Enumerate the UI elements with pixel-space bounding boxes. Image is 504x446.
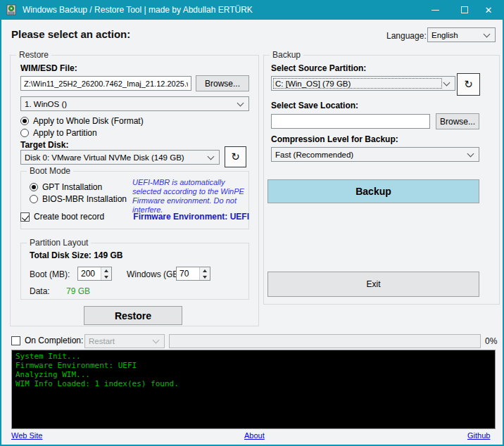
- language-label: Language:: [386, 31, 427, 41]
- log-line: Firmware Environment: UEFI: [15, 361, 491, 370]
- compression-label: Compression Level for Backup:: [271, 134, 398, 144]
- firmware-environment-text: Firmware Environment: UEFI: [126, 212, 249, 222]
- checkbox-unchecked-icon: [11, 336, 20, 345]
- language-select[interactable]: English: [427, 27, 496, 42]
- partition-layout-group: Partition Layout Total Disk Size: 149 GB…: [20, 243, 249, 300]
- target-disk-value: Disk 0: VMware Virtual NVMe Disk (149 GB…: [21, 153, 208, 162]
- radio-apply-partition[interactable]: Apply to Partition: [20, 128, 97, 138]
- radio-selected-icon: [30, 183, 38, 191]
- boot-mode-note: UEFI-MBR is automatically selected accor…: [132, 178, 246, 215]
- app-icon: [6, 4, 17, 15]
- radio-bios-mbr[interactable]: BIOS-MBR Installation: [30, 194, 127, 204]
- wim-browse-button[interactable]: Browse...: [196, 75, 249, 91]
- source-partition-value: C: [Win_OS] (79 GB): [272, 79, 444, 88]
- create-boot-record-checkbox[interactable]: Create boot record: [20, 212, 104, 222]
- spin-up-button[interactable]: [200, 267, 210, 274]
- on-completion-select: Restart: [84, 334, 165, 348]
- create-boot-record-label: Create boot record: [34, 212, 104, 222]
- boot-mb-label: Boot (MB):: [30, 269, 70, 279]
- windows-gb-label: Windows (GB):: [127, 269, 184, 279]
- data-label: Data:: [30, 286, 50, 296]
- restore-group-label: Restore: [16, 50, 51, 60]
- minimize-icon: [431, 10, 439, 11]
- image-index-value: 1. WinOS (): [21, 100, 238, 108]
- radio-apply-whole-disk[interactable]: Apply to Whole Disk (Format): [20, 116, 144, 126]
- about-link[interactable]: About: [244, 431, 265, 440]
- spin-up-button[interactable]: [101, 267, 111, 274]
- source-partition-select[interactable]: C: [Win_OS] (79 GB): [271, 76, 455, 91]
- on-completion-checkbox[interactable]: On Completion:: [11, 336, 83, 345]
- save-location-input[interactable]: [271, 114, 430, 129]
- website-link[interactable]: Web Site: [11, 431, 42, 440]
- language-value: English: [428, 31, 484, 39]
- radio-selected-icon: [20, 117, 29, 125]
- backup-group: Backup Select Source Partition: C: [Win_…: [263, 55, 500, 305]
- chevron-down-icon: [467, 150, 474, 157]
- chevron-down-icon: [153, 337, 160, 344]
- log-line: Analyzing WIM...: [15, 370, 491, 379]
- title-bar: Windows Backup / Restore Tool | made by …: [0, 0, 504, 20]
- data-size-value: 79 GB: [66, 286, 90, 296]
- radio-unselected-icon: [20, 129, 29, 137]
- github-link[interactable]: Github: [467, 431, 490, 440]
- progress-bar: [169, 334, 481, 348]
- save-location-label: Select Save Location:: [271, 101, 358, 110]
- close-button[interactable]: ✕: [473, 0, 504, 20]
- close-icon: ✕: [485, 6, 493, 15]
- progress-percent: 0%: [485, 336, 497, 346]
- radio-apply-partition-label: Apply to Partition: [33, 128, 97, 138]
- log-line: System Init...: [15, 352, 491, 361]
- chevron-down-icon: [208, 153, 215, 160]
- refresh-icon: ↻: [464, 78, 473, 91]
- radio-gpt-label: GPT Installation: [42, 182, 102, 192]
- boot-mb-stepper[interactable]: [77, 267, 112, 281]
- source-partition-label: Select Source Partition:: [271, 63, 366, 73]
- partition-layout-group-label: Partition Layout: [27, 238, 91, 248]
- target-disk-label: Target Disk:: [20, 140, 68, 150]
- radio-apply-whole-disk-label: Apply to Whole Disk (Format): [33, 116, 144, 126]
- page-title: Please select an action:: [11, 28, 130, 40]
- windows-gb-stepper[interactable]: [176, 267, 210, 281]
- app-window: Windows Backup / Restore Tool | made by …: [0, 0, 504, 446]
- refresh-partitions-button[interactable]: ↻: [457, 73, 480, 96]
- on-completion-value: Restart: [85, 337, 153, 345]
- log-console: System Init... Firmware Environment: UEF…: [11, 350, 496, 429]
- compression-select[interactable]: Fast (Recommended): [271, 147, 479, 162]
- boot-mb-input[interactable]: [78, 267, 101, 280]
- wim-file-label: WIM/ESD File:: [20, 63, 77, 73]
- log-line: WIM Info Loaded: 1 index(es) found.: [15, 379, 491, 388]
- window-title: Windows Backup / Restore Tool | made by …: [23, 0, 253, 20]
- spin-down-button[interactable]: [101, 274, 111, 280]
- spin-down-button[interactable]: [200, 274, 210, 280]
- target-disk-select[interactable]: Disk 0: VMware Virtual NVMe Disk (149 GB…: [20, 150, 220, 165]
- chevron-down-icon: [484, 30, 491, 37]
- chevron-down-icon: [443, 79, 451, 86]
- backup-group-label: Backup: [270, 50, 303, 60]
- backup-button[interactable]: Backup: [267, 179, 479, 203]
- maximize-icon: [461, 6, 468, 13]
- radio-gpt[interactable]: GPT Installation: [30, 182, 102, 192]
- restore-button[interactable]: Restore: [84, 306, 182, 325]
- windows-gb-input[interactable]: [177, 267, 199, 280]
- image-index-select[interactable]: 1. WinOS (): [20, 96, 249, 111]
- main-content: Please select an action: Language: Engli…: [1, 20, 503, 445]
- chevron-down-icon: [237, 99, 244, 106]
- refresh-disks-button[interactable]: ↻: [225, 146, 246, 167]
- compression-value: Fast (Recommended): [272, 151, 468, 159]
- radio-unselected-icon: [30, 195, 38, 203]
- restore-group: Restore WIM/ESD File: Browse... 1. WinOS…: [10, 55, 259, 326]
- checkbox-checked-icon: [20, 212, 30, 222]
- total-disk-size-text: Total Disk Size: 149 GB: [30, 250, 123, 260]
- exit-button[interactable]: Exit: [267, 272, 479, 297]
- minimize-button[interactable]: [420, 0, 450, 20]
- save-browse-button[interactable]: Browse...: [436, 113, 479, 129]
- boot-mode-group-label: Boot Mode: [27, 166, 73, 176]
- wim-file-input[interactable]: [20, 76, 191, 91]
- on-completion-label: On Completion:: [25, 336, 83, 345]
- radio-bios-mbr-label: BIOS-MBR Installation: [42, 194, 127, 204]
- refresh-icon: ↻: [231, 151, 240, 163]
